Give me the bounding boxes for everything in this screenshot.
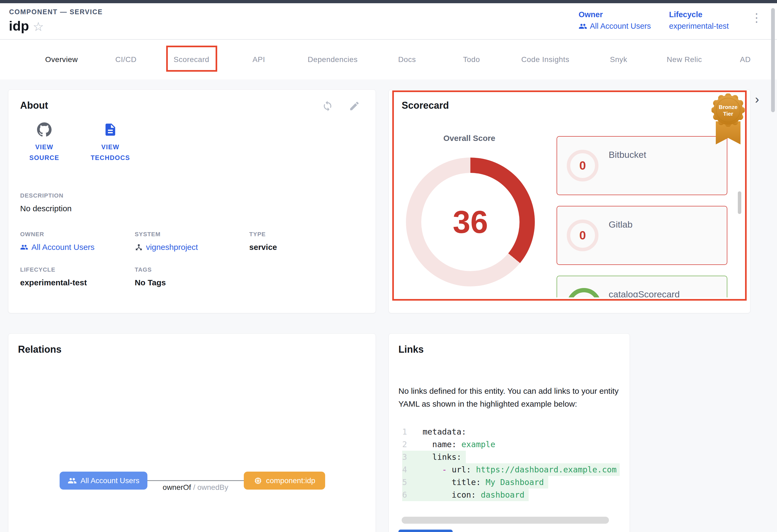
links-action-button[interactable] <box>399 530 453 532</box>
scorecard-item-score: 0 <box>567 150 598 181</box>
code-line: 1metadata: <box>402 425 471 438</box>
top-bar <box>0 0 777 3</box>
yaml-code-block: 1metadata:2 name: example3 links:4 - url… <box>402 425 620 501</box>
kebab-menu-icon[interactable]: ⋮ <box>751 11 763 24</box>
system-field: SYSTEM vigneshproject <box>135 231 249 252</box>
scorecard-item-name: Bitbucket <box>608 149 646 160</box>
page-header: COMPONENT — SERVICE idp ☆ Owner All Acco… <box>0 3 777 39</box>
tags-field: TAGS No Tags <box>135 266 249 287</box>
header-lifecycle-block: Lifecycle experimental-test <box>669 10 729 31</box>
scorecard-item-bitbucket[interactable]: 0Bitbucket <box>557 136 727 195</box>
code-line: 2 name: example <box>402 438 500 451</box>
favorite-star-icon[interactable]: ☆ <box>33 20 44 33</box>
about-title: About <box>20 100 48 111</box>
badge-text-line1: Bronze <box>719 104 738 110</box>
tab-ad[interactable]: AD <box>740 40 755 80</box>
relation-node-component-label: component:idp <box>266 477 316 485</box>
breadcrumb: COMPONENT — SERVICE <box>9 8 103 16</box>
users-icon <box>579 22 587 31</box>
users-icon <box>68 476 77 485</box>
owner-field: OWNER All Account Users <box>20 231 135 252</box>
tab-snyk[interactable]: Snyk <box>610 40 628 80</box>
scorecard-list: 0Bitbucket0Gitlab100catalogScorecard <box>557 136 727 297</box>
code-line: 3 links: <box>402 451 466 463</box>
scorecard-item-gitlab[interactable]: 0Gitlab <box>557 206 727 265</box>
line-number: 3 <box>402 451 414 463</box>
relations-title: Relations <box>18 344 366 355</box>
bronze-tier-badge: Bronze Tier <box>707 94 749 147</box>
description-label: DESCRIPTION <box>20 192 364 199</box>
header-owner-block: Owner All Account Users <box>579 10 651 31</box>
type-field-value: service <box>249 243 364 252</box>
system-field-link[interactable]: vigneshproject <box>135 243 249 252</box>
code-line: 5 title: My Dashboard <box>402 476 548 489</box>
owner-label: Owner <box>579 10 651 19</box>
description-value: No description <box>20 204 364 213</box>
code-line: 4 - url: https://dashboard.example.com <box>402 463 620 476</box>
links-title: Links <box>399 344 620 355</box>
scorecard-title: Scorecard <box>402 100 737 111</box>
lifecycle-field-label: LIFECYCLE <box>20 266 135 273</box>
links-card: Links No links defined for this entity. … <box>388 334 630 532</box>
system-hub-icon <box>135 243 143 251</box>
tab-dependencies[interactable]: Dependencies <box>308 40 358 80</box>
view-techdocs-link[interactable]: VIEW TECHDOCS <box>89 122 132 163</box>
tab-docs[interactable]: Docs <box>398 40 416 80</box>
owner-field-value: All Account Users <box>31 243 95 252</box>
about-card: About VIEW SOURCE VIEW TECHDOCS DESCRIPT… <box>8 89 376 313</box>
line-number: 6 <box>402 489 414 501</box>
techdocs-icon <box>103 122 118 137</box>
system-field-label: SYSTEM <box>135 231 249 238</box>
tags-field-value: No Tags <box>135 278 249 287</box>
page-scrollbar[interactable] <box>771 8 775 112</box>
users-icon <box>20 243 28 251</box>
code-horizontal-scrollbar[interactable] <box>402 517 609 524</box>
relation-node-owner[interactable]: All Account Users <box>60 472 147 490</box>
scorecard-list-scrollbar[interactable] <box>738 191 741 214</box>
owner-field-link[interactable]: All Account Users <box>20 243 135 252</box>
view-source-label: VIEW SOURCE <box>23 142 66 163</box>
owner-field-label: OWNER <box>20 231 135 238</box>
line-number: 1 <box>402 425 414 438</box>
type-field: TYPE service <box>249 231 364 252</box>
badge-rosette: Bronze Tier <box>711 94 745 127</box>
links-empty-text: No links defined for this entity. You ca… <box>399 385 619 410</box>
owner-value: All Account Users <box>590 22 651 31</box>
tab-scorecard[interactable]: Scorecard <box>174 40 209 80</box>
tags-field-label: TAGS <box>135 266 249 273</box>
code-line: 6 icon: dashboard <box>402 489 529 501</box>
scorecard-item-name: catalogScorecard <box>608 289 680 297</box>
edit-icon[interactable] <box>349 100 360 112</box>
tab-api[interactable]: API <box>253 40 265 80</box>
chevron-right-icon[interactable]: › <box>755 79 759 119</box>
owner-link[interactable]: All Account Users <box>579 22 651 31</box>
line-number: 2 <box>402 438 414 451</box>
refresh-icon[interactable] <box>322 100 333 112</box>
edge-label-separator: / <box>191 483 197 492</box>
relation-edge-label: ownerOf / ownedBy <box>163 483 228 492</box>
edge-label-secondary: ownedBy <box>197 483 228 492</box>
scorecard-item-score: 100 <box>567 288 601 297</box>
page-title: idp <box>9 18 29 34</box>
scorecard-item-catalogscorecard[interactable]: 100catalogScorecard <box>557 276 727 297</box>
tab-code-insights[interactable]: Code Insights <box>521 40 569 80</box>
view-source-link[interactable]: VIEW SOURCE <box>23 122 66 163</box>
type-field-label: TYPE <box>249 231 364 238</box>
view-techdocs-label: VIEW TECHDOCS <box>89 142 132 163</box>
tab-ci-cd[interactable]: CI/CD <box>115 40 136 80</box>
relations-card: Relations <box>8 334 376 532</box>
overall-score-label: Overall Score <box>443 134 495 143</box>
relation-node-component[interactable]: component:idp <box>244 472 325 490</box>
line-number: 5 <box>402 476 414 489</box>
tab-overview[interactable]: Overview <box>45 40 78 80</box>
system-field-value: vigneshproject <box>146 243 198 252</box>
scorecard-item-name: Gitlab <box>608 219 633 230</box>
scorecard-item-score: 0 <box>567 220 598 251</box>
tab-new-relic[interactable]: New Relic <box>667 40 702 80</box>
chip-icon <box>254 477 262 485</box>
relation-edge <box>147 480 244 481</box>
tab-todo[interactable]: Todo <box>463 40 480 80</box>
github-icon <box>37 122 51 137</box>
overall-score-gauge: 36 <box>406 157 535 286</box>
overall-score-value: 36 <box>406 157 535 286</box>
